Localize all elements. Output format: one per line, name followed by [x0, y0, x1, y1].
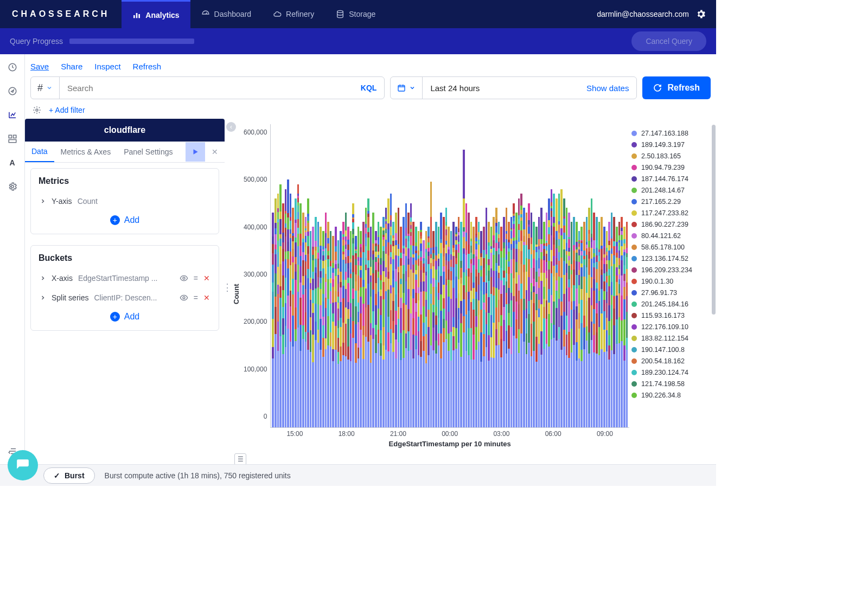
legend-item[interactable]: 183.82.112.154	[631, 332, 714, 344]
legend-item[interactable]: 201.245.184.16	[631, 298, 714, 310]
chart-bar[interactable]	[443, 217, 445, 427]
user-email[interactable]: darmlin@chaossearch.com	[597, 10, 695, 18]
chart-bar[interactable]	[279, 184, 282, 427]
compass-icon[interactable]	[7, 86, 18, 97]
chart-bar[interactable]	[583, 222, 585, 427]
chart-bar[interactable]	[611, 213, 613, 427]
chart-bar[interactable]	[330, 231, 332, 427]
chart-bar[interactable]	[337, 240, 340, 427]
chart-bar[interactable]	[317, 222, 320, 427]
visualize-icon[interactable]	[7, 110, 18, 120]
chart-bar[interactable]	[558, 194, 560, 427]
chart-bar[interactable]	[493, 217, 495, 427]
chart-bar[interactable]	[573, 217, 575, 427]
chart-bar[interactable]	[382, 217, 385, 427]
chart-bar[interactable]	[352, 203, 354, 427]
chart-bar[interactable]	[430, 182, 432, 427]
dashboard-icon[interactable]	[7, 133, 18, 144]
legend-scrollbar[interactable]	[712, 125, 716, 315]
chart-bar[interactable]	[460, 222, 462, 427]
chart-bar[interactable]	[543, 222, 545, 427]
legend-item[interactable]: 122.176.109.10	[631, 321, 714, 332]
add-bucket-button[interactable]: +Add	[39, 307, 211, 326]
tab-panel-settings[interactable]: Panel Settings	[117, 142, 179, 162]
metric-row[interactable]: Y-axis Count	[39, 191, 211, 211]
topnav-dashboard[interactable]: Dashboard	[190, 0, 263, 28]
chart-bar[interactable]	[465, 203, 468, 427]
chart-bar[interactable]	[515, 213, 518, 427]
chart-bar[interactable]	[440, 213, 442, 427]
chart-bar[interactable]	[432, 231, 435, 427]
chart-bar[interactable]	[335, 227, 337, 427]
chart-bar[interactable]	[458, 217, 460, 427]
chart-bar[interactable]	[473, 227, 475, 427]
chart-bar[interactable]	[315, 217, 317, 427]
chart-bar[interactable]	[523, 208, 525, 427]
cancel-query-button[interactable]: Cancel Query	[631, 31, 706, 51]
legend-item[interactable]: 189.230.124.74	[631, 367, 714, 378]
chart-bar[interactable]	[307, 198, 309, 427]
chart-bar[interactable]	[463, 150, 465, 427]
chart-bar[interactable]	[398, 208, 400, 427]
chart-bar[interactable]	[380, 227, 382, 427]
legend-item[interactable]: 217.165.2.29	[631, 196, 714, 207]
chart-bar[interactable]	[372, 213, 374, 427]
chart-bar[interactable]	[588, 208, 590, 427]
share-link[interactable]: Share	[61, 62, 82, 71]
chart-bar[interactable]	[553, 194, 555, 427]
chart-bar[interactable]	[475, 217, 477, 427]
chart-bar[interactable]	[282, 203, 284, 427]
chart-bar[interactable]	[387, 198, 390, 427]
chart-bar[interactable]	[548, 198, 550, 427]
chart-bar[interactable]	[375, 231, 377, 427]
chart-bar[interactable]	[488, 222, 490, 427]
legend-item[interactable]: 117.247.233.82	[631, 207, 714, 219]
chart-bar[interactable]	[302, 213, 304, 427]
refresh-link[interactable]: Refresh	[133, 62, 162, 71]
calendar-icon[interactable]	[391, 77, 423, 99]
legend-item[interactable]: 58.65.178.100	[631, 241, 714, 253]
burst-pill[interactable]: ✓Burst	[43, 467, 95, 484]
chat-bubble-icon[interactable]	[8, 450, 38, 480]
chart-bar[interactable]	[603, 227, 605, 427]
legend-toggle-icon[interactable]: ☰	[234, 453, 246, 465]
chart-bar[interactable]	[445, 208, 448, 427]
chart-bar[interactable]	[358, 227, 360, 427]
chart-bar[interactable]	[285, 189, 287, 427]
legend-item[interactable]: 190.226.34.8	[631, 389, 714, 401]
inspect-link[interactable]: Inspect	[94, 62, 120, 71]
chart-bar[interactable]	[420, 222, 422, 427]
legend-item[interactable]: 2.50.183.165	[631, 150, 714, 162]
chart-bar[interactable]	[410, 203, 412, 427]
legend-item[interactable]: 27.96.91.73	[631, 287, 714, 298]
chart-bar[interactable]	[392, 222, 394, 427]
tab-metrics-axes[interactable]: Metrics & Axes	[54, 142, 118, 162]
chart-bar[interactable]	[403, 217, 405, 427]
settings-gear-icon[interactable]	[695, 9, 716, 20]
chart-bar[interactable]	[486, 208, 488, 427]
chart-bar[interactable]	[390, 194, 392, 427]
chart-bar[interactable]	[551, 189, 553, 427]
recent-icon[interactable]	[7, 62, 18, 73]
chart-bar[interactable]	[490, 227, 493, 427]
chart-bar[interactable]	[292, 208, 294, 427]
chart-bar[interactable]	[606, 231, 608, 427]
chart-bar[interactable]	[576, 222, 578, 427]
legend-item[interactable]: 115.93.16.173	[631, 310, 714, 321]
chart-bar[interactable]	[591, 198, 593, 427]
chart-bar[interactable]	[593, 213, 595, 427]
chart-bar[interactable]	[385, 208, 387, 427]
legend-item[interactable]: 121.74.198.58	[631, 378, 714, 389]
chart-bar[interactable]	[427, 227, 430, 427]
show-dates-link[interactable]: Show dates	[579, 84, 636, 93]
chart-bar[interactable]	[332, 236, 334, 427]
topnav-analytics[interactable]: Analytics	[122, 0, 190, 28]
chart-bar[interactable]	[518, 198, 520, 427]
chart-bar[interactable]	[360, 231, 362, 427]
chart-bar[interactable]	[563, 198, 565, 427]
bucket-row[interactable]: Split seriesClientIP: Descen...=✕	[39, 288, 211, 307]
chart-bar[interactable]	[325, 213, 327, 427]
date-picker[interactable]: Last 24 hours Show dates	[390, 76, 637, 99]
chart-bar[interactable]	[500, 227, 502, 427]
bucket-row[interactable]: X-axisEdgeStartTimestamp ...=✕	[39, 268, 211, 288]
